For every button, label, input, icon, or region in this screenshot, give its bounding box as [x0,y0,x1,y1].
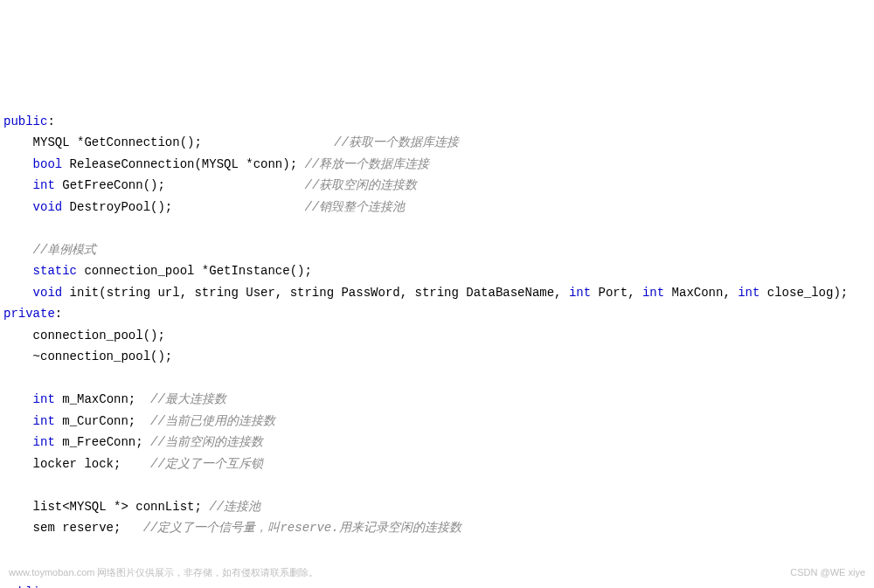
keyword: public [3,114,47,128]
keyword: public [3,585,47,589]
comment: //销毁整个连接池 [304,200,405,214]
code-text [3,157,33,171]
code-text: locker lock; [3,457,150,471]
code-text: ReleaseConnection(MYSQL *conn); [62,157,304,171]
comment: //连接池 [209,500,260,514]
keyword: void [33,200,63,214]
keyword: int [33,178,55,192]
keyword: int [738,286,760,300]
code-text [3,243,33,257]
keyword: void [33,286,63,300]
comment: //释放一个数据库连接 [304,157,429,171]
keyword: int [569,286,591,300]
code-text: m_MaxConn; [55,392,150,406]
comment: //当前空闲的连接数 [150,435,263,449]
code-block: public: MYSQL *GetConnection(); //获取一个数据… [0,89,874,588]
keyword: private [3,307,55,321]
code-text: : [47,585,54,589]
code-text [3,414,33,428]
keyword: static [33,264,77,278]
comment: //获取一个数据库连接 [334,135,459,149]
code-text: MYSQL *GetConnection(); [3,135,334,149]
code-text: DestroyPool(); [62,200,304,214]
code-text: connection_pool(); [3,329,165,342]
keyword: int [33,392,55,406]
keyword: bool [33,157,63,171]
comment: //单例模式 [33,243,97,257]
code-text: close_log); [760,286,848,300]
comment: //定义了一个互斥锁 [150,457,263,471]
code-text [3,286,33,300]
comment: //获取空闲的连接数 [304,178,417,192]
code-text [3,435,33,449]
comment: //当前已使用的连接数 [150,414,275,428]
watermark-left: www.toymoban.com 网络图片仅供展示，非存储，如有侵权请联系删除。 [9,564,318,581]
keyword: int [33,435,55,449]
code-text: sem reserve; [3,521,143,535]
code-text [3,178,33,192]
code-text: MaxConn, [664,286,738,300]
code-text: m_CurConn; [55,414,150,428]
comment: //最大连接数 [150,392,226,406]
code-text: Port, [591,286,642,300]
code-text: connection_pool *GetInstance(); [77,264,312,278]
code-text: ~connection_pool(); [3,349,172,363]
code-text [3,264,33,278]
code-text: m_FreeConn; [55,435,150,449]
code-text: list<MYSQL *> connList; [3,500,209,514]
comment: //定义了一个信号量，叫reserve.用来记录空闲的连接数 [143,521,461,535]
code-text: : [47,114,54,128]
keyword: int [642,286,664,300]
code-text [3,200,33,214]
watermark-right: CSDN @WE xiye [790,564,865,581]
code-text [3,392,33,406]
keyword: int [33,414,55,428]
code-text: init(string url, string User, string Pas… [62,286,569,300]
code-text: GetFreeConn(); [55,178,305,192]
code-text: : [55,307,62,321]
